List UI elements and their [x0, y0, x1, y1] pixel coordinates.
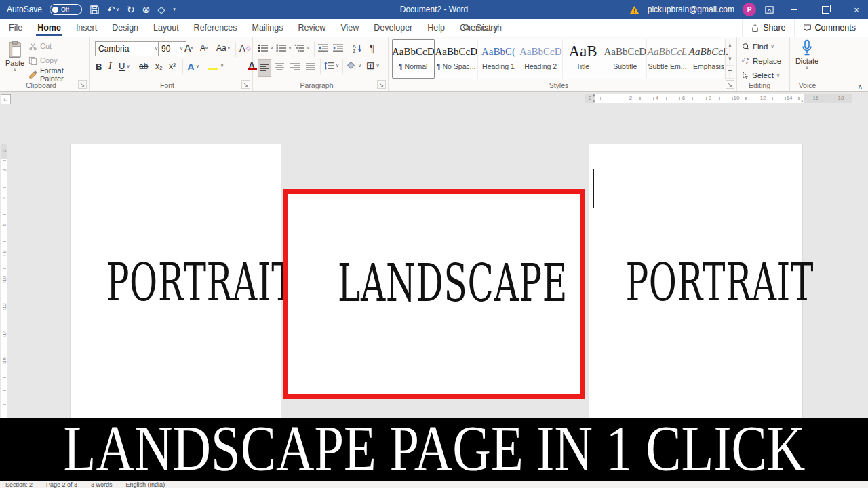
- cancel-button[interactable]: ⊗: [142, 5, 151, 14]
- minimize-button[interactable]: [783, 0, 806, 19]
- undo-button[interactable]: ↶ ∨: [107, 5, 119, 14]
- style-subtitle[interactable]: AaBbCcDSubtitle: [604, 39, 648, 79]
- redo-button[interactable]: ↻: [127, 5, 135, 14]
- increase-indent-icon: [333, 44, 343, 52]
- decrease-indent-button[interactable]: [318, 41, 328, 55]
- tab-references[interactable]: References: [186, 19, 245, 37]
- status-item[interactable]: 3 words: [91, 481, 113, 488]
- warning-icon[interactable]: [629, 5, 639, 14]
- tab-home[interactable]: Home: [30, 19, 68, 37]
- eraser-button[interactable]: ◇: [157, 5, 165, 14]
- customize-qat-button[interactable]: ▾: [172, 5, 176, 14]
- align-right-button[interactable]: [289, 59, 301, 75]
- shrink-font-button[interactable]: A∨: [200, 41, 208, 55]
- search-box[interactable]: Search: [462, 19, 502, 37]
- underline-button[interactable]: U ∨: [119, 59, 130, 74]
- highlight-button[interactable]: ∨: [208, 60, 224, 72]
- highlight-color-bar: [208, 68, 218, 70]
- first-line-indent-marker[interactable]: ▾: [593, 94, 595, 98]
- style-emphasis[interactable]: AaBbCcLEmphasis: [688, 39, 730, 79]
- tab-mailings[interactable]: Mailings: [245, 19, 291, 37]
- styles-expand-button[interactable]: [726, 66, 734, 79]
- superscript-button[interactable]: x²: [169, 59, 176, 74]
- style-no-spac[interactable]: AaBbCcD¶ No Spac...: [435, 39, 479, 79]
- shading-button[interactable]: ∨: [347, 59, 361, 73]
- font-dialog-launcher[interactable]: ↘: [241, 80, 250, 89]
- sort-button[interactable]: A Z: [353, 41, 363, 55]
- save-button[interactable]: [90, 5, 100, 15]
- status-item[interactable]: Section: 2: [5, 481, 33, 488]
- page-3[interactable]: PORTRAIT: [589, 144, 803, 419]
- tab-insert[interactable]: Insert: [68, 19, 104, 37]
- select-button[interactable]: Select ∨: [742, 69, 780, 81]
- tab-developer[interactable]: Developer: [366, 19, 420, 37]
- page-1[interactable]: PORTRAIT: [70, 144, 281, 419]
- autosave-toggle[interactable]: Off: [50, 4, 82, 15]
- ruler-number: 4: [1, 195, 7, 201]
- style-heading-2[interactable]: AaBbCcDHeading 2: [519, 39, 563, 79]
- tab-stop-selector[interactable]: ∟: [1, 94, 11, 104]
- copy-label: Copy: [40, 56, 58, 64]
- tab-layout[interactable]: Layout: [146, 19, 186, 37]
- hanging-indent-marker[interactable]: ▴: [593, 99, 595, 103]
- align-center-button[interactable]: [273, 59, 285, 75]
- tab-row-right: Share Comments: [742, 19, 864, 37]
- comments-button[interactable]: Comments: [794, 19, 864, 37]
- dictate-button[interactable]: Dictate ∨: [789, 39, 825, 70]
- tab-help[interactable]: Help: [420, 19, 452, 37]
- bold-button[interactable]: B: [96, 59, 102, 74]
- text-effects-button[interactable]: A ∨: [187, 59, 199, 74]
- subscript-button[interactable]: x₂: [155, 59, 163, 74]
- highlight-chevron-icon: ∨: [220, 63, 224, 68]
- font-size-combobox[interactable]: 90 ∨: [158, 41, 186, 56]
- clear-formatting-button[interactable]: A ◇: [239, 41, 251, 55]
- status-item[interactable]: Page 2 of 3: [46, 481, 77, 488]
- paste-button[interactable]: Paste ∨: [3, 39, 27, 87]
- share-button[interactable]: Share: [742, 19, 793, 37]
- clipboard-dialog-launcher[interactable]: ↘: [78, 80, 87, 89]
- status-item[interactable]: English (India): [126, 481, 165, 488]
- paragraph-dialog-launcher[interactable]: ↘: [377, 80, 386, 89]
- dictate-chevron-icon: ∨: [789, 65, 825, 70]
- replace-button[interactable]: b c Replace: [742, 55, 781, 67]
- font-name-combobox[interactable]: Cambria ∨: [95, 41, 161, 56]
- borders-button[interactable]: ⊞ ∨: [366, 59, 380, 73]
- collapse-ribbon-button[interactable]: ∧: [858, 83, 863, 90]
- tab-file[interactable]: File: [1, 19, 30, 37]
- styles-scroll-down-button[interactable]: ∨: [726, 52, 734, 65]
- format-painter-button[interactable]: Format Painter: [28, 70, 89, 79]
- multilevel-list-button[interactable]: ∨: [294, 41, 310, 55]
- account-email[interactable]: pickupbrain@gmail.com: [648, 5, 734, 14]
- avatar[interactable]: P: [743, 3, 756, 16]
- increase-indent-button[interactable]: [333, 41, 343, 55]
- bullets-button[interactable]: ∨: [258, 41, 273, 55]
- style-normal[interactable]: AaBbCcD¶ Normal: [392, 39, 435, 79]
- restore-button[interactable]: [814, 0, 837, 19]
- find-button[interactable]: Find ∨: [742, 41, 774, 53]
- tab-review[interactable]: Review: [290, 19, 333, 37]
- styles-scroll-up-button[interactable]: ∧: [726, 39, 734, 52]
- tab-view[interactable]: View: [333, 19, 366, 37]
- line-spacing-button[interactable]: ∨: [324, 59, 339, 73]
- style-title[interactable]: AaBTitle: [563, 39, 604, 79]
- ribbon-display-options-icon[interactable]: [764, 5, 774, 15]
- style-sample: AaBbCcL: [647, 41, 688, 62]
- tab-design[interactable]: Design: [104, 19, 146, 37]
- cut-button[interactable]: Cut: [28, 41, 89, 51]
- align-left-button[interactable]: [258, 59, 271, 77]
- change-case-button[interactable]: Aa ∨: [216, 41, 231, 55]
- copy-button[interactable]: Copy: [28, 56, 89, 65]
- ruler-number: 12: [1, 303, 7, 310]
- style-subtle-em[interactable]: AaBbCcLSubtle Em...: [647, 39, 688, 79]
- justify-button[interactable]: [304, 59, 317, 75]
- close-button[interactable]: ×: [845, 0, 868, 19]
- italic-button[interactable]: I: [108, 59, 112, 74]
- styles-dialog-launcher[interactable]: ↘: [726, 80, 734, 89]
- show-hide-pilcrow-button[interactable]: ¶: [370, 41, 375, 55]
- underline-icon: U: [119, 62, 125, 71]
- strikethrough-button[interactable]: ab: [139, 59, 148, 74]
- numbering-button[interactable]: ∨: [276, 41, 292, 55]
- style-heading-1[interactable]: AaBbC(Heading 1: [478, 39, 519, 79]
- grow-font-button[interactable]: A∧: [184, 41, 193, 55]
- right-indent-marker[interactable]: ▴: [801, 99, 804, 103]
